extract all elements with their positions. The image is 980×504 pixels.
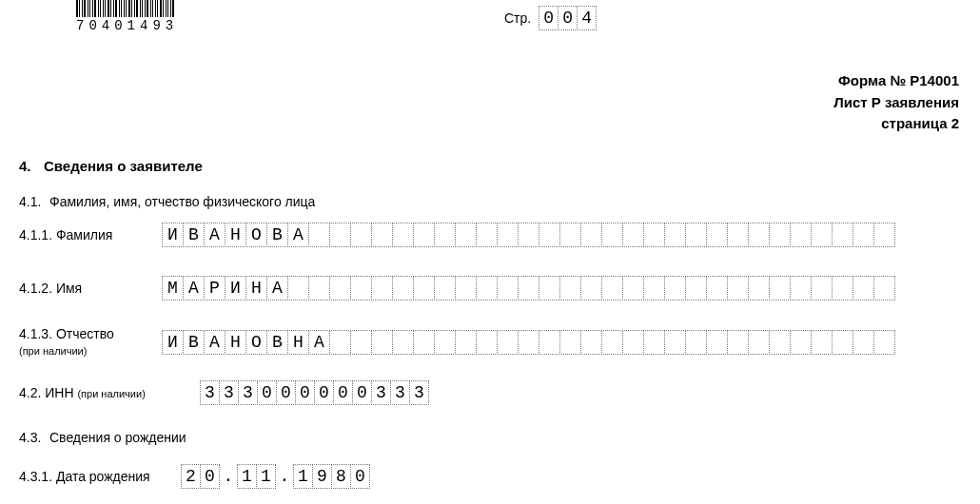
cell [853, 276, 874, 300]
cell [287, 276, 309, 300]
cell [497, 223, 519, 247]
cell [685, 276, 707, 300]
cell [664, 276, 686, 300]
cell: А [204, 223, 225, 247]
cell [392, 223, 414, 247]
cell [580, 330, 602, 355]
cells-name: МАРИНА [162, 276, 895, 300]
cell [790, 223, 812, 247]
cell: О [245, 330, 267, 355]
section-4-title: 4.Сведения о заявителе [19, 158, 203, 174]
cell: 0 [350, 464, 370, 489]
cell [371, 223, 393, 247]
sheet-name: Лист Р заявления [833, 92, 959, 114]
cell [727, 223, 749, 247]
row-patronymic: 4.1.3. Отчество (при наличии) ИВАНОВНА [19, 326, 895, 359]
cell [873, 330, 895, 355]
cell [811, 276, 833, 300]
cell: А [204, 330, 225, 355]
cell [455, 330, 477, 355]
cell [727, 330, 749, 355]
cell [643, 223, 665, 247]
cells-inn: 333000000333 [200, 380, 429, 405]
cell: И [162, 223, 184, 247]
barcode-number: 70401493 [76, 19, 178, 32]
cell: 0 [558, 6, 578, 30]
cell [559, 223, 581, 247]
cell [622, 330, 644, 355]
cell [832, 330, 853, 355]
cell [622, 223, 644, 247]
cell [685, 223, 707, 247]
cell: 8 [331, 464, 351, 489]
cells-surname: ИВАНОВА [162, 223, 895, 247]
cell [392, 276, 414, 300]
cell [622, 276, 644, 300]
cell [601, 330, 623, 355]
cell [434, 330, 456, 355]
cell [350, 330, 372, 355]
cell [455, 223, 477, 247]
cell: 1 [237, 464, 257, 489]
cell: 0 [200, 464, 220, 489]
cell: 0 [257, 380, 277, 405]
cell [455, 276, 477, 300]
cell [685, 330, 707, 355]
cell [476, 276, 498, 300]
row-birthdate: 4.3.1. Дата рождения 20.11.1980 [19, 464, 370, 489]
cell [476, 223, 498, 247]
cell: А [183, 276, 205, 300]
cell [518, 276, 539, 300]
row-name: 4.1.2. Имя МАРИНА [19, 276, 895, 300]
cell [769, 330, 791, 355]
cell: И [162, 330, 184, 355]
cell [601, 276, 623, 300]
cell [706, 223, 728, 247]
label-name: 4.1.2. Имя [19, 281, 162, 297]
cell [518, 223, 539, 247]
cell [643, 276, 665, 300]
cell [580, 276, 602, 300]
cell [790, 330, 812, 355]
cell: Н [287, 330, 309, 355]
cell [664, 330, 686, 355]
cell [769, 276, 791, 300]
cell [518, 330, 539, 355]
cell [329, 276, 351, 300]
cell: 0 [295, 380, 315, 405]
barcode-bars [76, 0, 178, 17]
cell: 2 [181, 464, 201, 489]
form-number: Форма № Р14001 [833, 70, 959, 92]
cell: 3 [238, 380, 258, 405]
cell [748, 223, 770, 247]
cell: Р [204, 276, 225, 300]
label-inn: 4.2. ИНН (при наличии) [19, 385, 200, 401]
row-inn: 4.2. ИНН (при наличии) 333000000333 [19, 380, 429, 405]
cell [350, 223, 372, 247]
cell [392, 330, 414, 355]
cell [559, 330, 581, 355]
cell: М [162, 276, 184, 300]
date-separator: . [220, 467, 237, 486]
cell [476, 330, 498, 355]
cell: 3 [390, 380, 410, 405]
cell: В [266, 330, 288, 355]
form-header: Форма № Р14001 Лист Р заявления страница… [833, 70, 959, 135]
cell [371, 330, 393, 355]
cell: 9 [312, 464, 332, 489]
cell: И [225, 276, 246, 300]
cell [350, 276, 372, 300]
cell: Н [225, 223, 246, 247]
cell: 1 [293, 464, 313, 489]
cell [790, 276, 812, 300]
cell [413, 223, 435, 247]
page-name: страница 2 [833, 113, 959, 135]
cell [413, 330, 435, 355]
cell [413, 276, 435, 300]
cell [873, 223, 895, 247]
cell [811, 223, 833, 247]
date-separator: . [276, 467, 293, 486]
cell [371, 276, 393, 300]
cell [832, 276, 853, 300]
cell [769, 223, 791, 247]
